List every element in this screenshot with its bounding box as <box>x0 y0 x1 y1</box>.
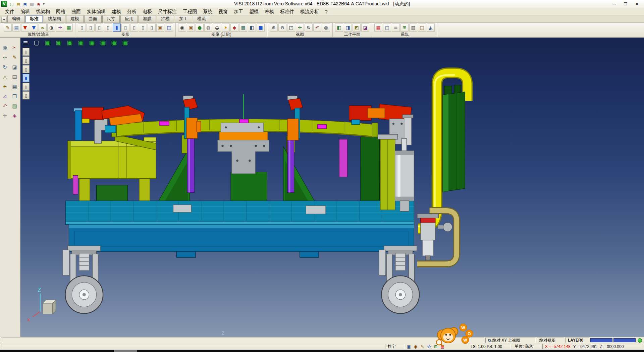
iso-view-cube-icon-7[interactable]: ▣ <box>110 38 118 46</box>
maximize-button[interactable]: ❐ <box>620 1 631 7</box>
display-box-icon[interactable]: ▣ <box>156 24 164 32</box>
model-caster-right[interactable] <box>379 246 419 313</box>
snap-point-icon[interactable]: ⊹ <box>1 53 9 61</box>
tab-dimension[interactable]: 尺寸 <box>102 15 120 23</box>
menu-wireframe[interactable]: 线架构 <box>33 8 53 15</box>
menu-surface[interactable]: 曲面 <box>68 8 84 15</box>
trim-scissors-icon[interactable]: ✂ <box>11 44 19 52</box>
selection-slot-icon-5[interactable]: ▯ <box>22 83 30 91</box>
model-clamp-mid-left[interactable] <box>183 96 201 138</box>
hatch-grid-icon[interactable]: ▦ <box>11 83 19 91</box>
tab-die[interactable]: 冲模 <box>157 15 174 23</box>
menu-dimension[interactable]: 尺寸标注 <box>155 8 180 15</box>
menu-edit[interactable]: 编辑 <box>17 8 33 15</box>
menu-die[interactable]: 冲模 <box>262 8 277 15</box>
shade-half-icon[interactable]: ◪ <box>11 63 19 71</box>
tab-edit[interactable]: 编辑 <box>7 15 25 23</box>
workplane-custom-icon[interactable]: ◪ <box>361 24 369 32</box>
menu-drafting[interactable]: 工程图 <box>180 8 200 15</box>
display-split-icon[interactable]: ◫ <box>165 24 173 32</box>
monitor-icon[interactable]: ▢ <box>383 24 391 32</box>
selection-slot-icon-1[interactable]: ▯ <box>22 48 30 56</box>
tabbar-dropdown-icon[interactable]: ▾ <box>1 17 7 23</box>
model-air-cylinder[interactable] <box>395 138 414 211</box>
material-icon[interactable]: ◆ <box>230 24 238 32</box>
info-icon[interactable]: ◉ <box>36 1 42 7</box>
display-style-icon-8[interactable]: ▯ <box>139 24 147 32</box>
quick-access-dropdown-icon[interactable]: ▾ <box>43 2 45 6</box>
layer-grid-icon[interactable]: ▦ <box>65 24 73 32</box>
sketch-pencil-icon[interactable]: ✎ <box>11 53 19 61</box>
diamond-snap-icon[interactable]: ◈ <box>11 112 19 120</box>
tab-surface[interactable]: 曲面 <box>84 15 102 23</box>
minimize-button[interactable]: — <box>608 1 620 7</box>
selection-slot-icon-6[interactable]: ▯ <box>22 91 30 99</box>
star-point-icon[interactable]: ✦ <box>1 83 9 91</box>
status-display-icon[interactable]: ▦ <box>439 344 446 349</box>
rotate-tool-icon[interactable]: ↻ <box>1 63 9 71</box>
workplane-side-icon[interactable]: ◩ <box>353 24 361 32</box>
previous-view-icon[interactable]: ↶ <box>313 24 321 32</box>
rotate-view-icon[interactable]: ↻ <box>305 24 313 32</box>
lock-toggle[interactable]: 拴宁 <box>385 344 405 349</box>
list-settings-icon[interactable]: ≡ <box>392 24 400 32</box>
light-source-icon[interactable]: ✶ <box>222 24 230 32</box>
halftone-sphere-icon[interactable]: ◍ <box>204 24 212 32</box>
display-style-icon-4[interactable]: ▯ <box>104 24 112 32</box>
iso-view-cube-icon-3[interactable]: ▣ <box>66 38 74 46</box>
viewport-3d[interactable]: Z X ≡▢▣▣▣▣▣▣▣▣ ▯▯▯▮▯▯ Z <box>20 38 644 337</box>
zoom-out-icon[interactable]: ⊖ <box>278 24 286 32</box>
view-mode-button[interactable]: 绝对 XY 上视图 <box>485 338 536 343</box>
tab-modeling[interactable]: 建模 <box>66 15 84 23</box>
section-view-icon[interactable]: ◧ <box>248 24 256 32</box>
model-right-column[interactable] <box>378 134 397 210</box>
iso-view-cube-icon-6[interactable]: ▣ <box>99 38 107 46</box>
save-file-icon[interactable]: ▣ <box>22 1 28 7</box>
iso-view-cube-icon-1[interactable]: ▣ <box>44 38 52 46</box>
print-system-icon[interactable]: ▥ <box>409 24 417 32</box>
view-menu-icon[interactable]: ≡ <box>21 38 30 46</box>
menu-mesh[interactable]: 网格 <box>53 8 68 15</box>
model-center-pedestal[interactable] <box>218 128 269 174</box>
command-prompt-field[interactable] <box>1 344 384 349</box>
tab-application[interactable]: 应用 <box>120 15 138 23</box>
menu-help[interactable]: ? <box>322 8 331 15</box>
display-style-icon-6[interactable]: ▯ <box>121 24 129 32</box>
box-select-icon[interactable]: ❒ <box>11 92 19 100</box>
attribute-table-icon[interactable]: ▤ <box>12 24 20 32</box>
layer-color-swatch-2[interactable] <box>613 338 636 342</box>
list-panel-icon[interactable]: ▤ <box>11 73 19 81</box>
model-filter-regulator[interactable] <box>417 214 452 260</box>
background-grid-icon[interactable]: ▩ <box>239 24 247 32</box>
display-style-icon-9[interactable]: ▯ <box>148 24 156 32</box>
half-tone-filter-icon[interactable]: ◑ <box>47 24 55 32</box>
selection-slot-icon-3[interactable]: ▯ <box>22 65 30 73</box>
link-attributes-icon[interactable]: ∞ <box>39 24 47 32</box>
display-style-icon-3[interactable]: ▯ <box>95 24 103 32</box>
zoom-select-icon[interactable]: ◎ <box>1 44 9 52</box>
blue-cube-icon[interactable]: ■ <box>257 24 265 32</box>
close-button[interactable]: ✕ <box>631 1 643 7</box>
zoom-window-icon[interactable]: ◰ <box>287 24 295 32</box>
calculator-grid-icon[interactable]: ⊞ <box>400 24 409 32</box>
menu-electrode[interactable]: 电极 <box>140 8 155 15</box>
status-grid-icon[interactable]: ⊞ <box>432 344 439 349</box>
model-caster-left[interactable] <box>63 246 103 313</box>
status-edit-icon[interactable]: ✎ <box>419 344 426 349</box>
texture-view-icon[interactable]: ▣ <box>187 24 195 32</box>
tab-flow[interactable]: 模流 <box>193 15 210 23</box>
menu-flow-analysis[interactable]: 模流分析 <box>297 8 322 15</box>
workplane-front-icon[interactable]: ◨ <box>344 24 352 32</box>
status-save-icon[interactable]: ▣ <box>406 344 412 349</box>
cross-move-icon[interactable]: ✛ <box>1 112 9 120</box>
display-style-icon-5[interactable]: ▮ <box>113 24 121 32</box>
model-rear-green-panel[interactable] <box>443 85 465 192</box>
model-cart-deck[interactable] <box>66 201 414 225</box>
perspective-icon[interactable]: ◭ <box>427 24 435 32</box>
menu-mold[interactable]: 塑模 <box>246 8 262 15</box>
menu-analysis[interactable]: 分析 <box>124 8 140 15</box>
open-file-icon[interactable]: ▤ <box>15 1 21 7</box>
tab-standard[interactable]: 标准 <box>25 15 43 23</box>
refresh-view-icon[interactable]: ◎ <box>322 24 330 32</box>
absolute-view-button[interactable]: 绝对视图 <box>537 338 564 343</box>
